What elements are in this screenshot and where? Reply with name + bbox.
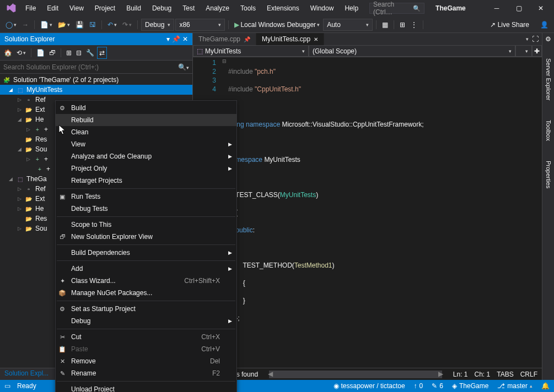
- menu-label: Manage NuGet Packages...: [71, 289, 152, 297]
- se-search-input[interactable]: [3, 63, 178, 71]
- menu-window[interactable]: Window: [305, 2, 340, 14]
- line-indicator: Ln: 1: [453, 371, 468, 378]
- solution-explorer-search[interactable]: 🔍▾: [0, 61, 192, 74]
- config-dropdown[interactable]: Debug▾: [141, 19, 174, 31]
- pin-icon[interactable]: 📌: [244, 36, 250, 42]
- menu-item-unload-project[interactable]: Unload Project: [56, 383, 236, 392]
- se-btn8[interactable]: ⇄: [97, 47, 107, 59]
- menu-item-run-tests[interactable]: ▣Run Tests: [56, 190, 236, 203]
- split-editor-button[interactable]: ✚: [532, 45, 542, 57]
- menu-debug[interactable]: Debug: [147, 2, 177, 14]
- menu-item-view[interactable]: View▶: [56, 138, 236, 150]
- menu-tools[interactable]: Tools: [235, 2, 261, 14]
- menu-item-rename[interactable]: ✎RenameF2: [56, 367, 236, 379]
- changes-button[interactable]: ✎6: [432, 382, 443, 390]
- menu-analyze[interactable]: Analyze: [200, 2, 235, 14]
- se-btn7[interactable]: 🔧: [84, 47, 96, 59]
- menu-test[interactable]: Test: [177, 2, 200, 14]
- server-explorer-tab[interactable]: Server Explorer: [544, 54, 553, 105]
- redo-button[interactable]: ↷▾: [120, 19, 134, 31]
- solution-node[interactable]: 🧩Solution 'TheGame' (2 of 2 projects): [0, 75, 192, 85]
- menu-item-retarget-projects[interactable]: Retarget Projects: [56, 175, 236, 187]
- menu-item-manage-nuget-packages-[interactable]: 📦Manage NuGet Packages...: [56, 287, 236, 299]
- tabs-indicator[interactable]: TABS: [497, 371, 513, 378]
- menu-project[interactable]: Project: [89, 2, 121, 14]
- panel-close-icon[interactable]: ✕: [182, 35, 188, 43]
- gear-icon[interactable]: ⚙: [545, 35, 551, 43]
- live-share-button[interactable]: ↗Live Share: [486, 20, 534, 30]
- se-btn5[interactable]: ⊞: [64, 47, 73, 59]
- open-button[interactable]: 📂▾: [56, 19, 72, 31]
- nav-fwd-button[interactable]: →: [20, 19, 31, 31]
- menu-help[interactable]: Help: [339, 2, 364, 14]
- menu-edit[interactable]: Edit: [41, 2, 64, 14]
- menu-item-set-as-startup-project[interactable]: ⚙Set as Startup Project: [56, 303, 236, 315]
- menu-extensions[interactable]: Extensions: [261, 2, 305, 14]
- new-button[interactable]: 📄▾: [38, 19, 55, 31]
- menu-item-cut[interactable]: ✂CutCtrl+X: [56, 331, 236, 343]
- push-button[interactable]: ↑0: [414, 382, 423, 390]
- code-editor[interactable]: 1234 ⊟ ⊟⊟ ⊟ #include "pch.h" #include "C…: [193, 57, 542, 368]
- se-btn2[interactable]: ⟲▾: [15, 47, 28, 59]
- menu-file[interactable]: File: [20, 2, 41, 14]
- menu-view[interactable]: View: [64, 2, 89, 14]
- scope-project-dropdown[interactable]: ⬚MyUnitTests▾: [193, 45, 309, 57]
- debug-target-dropdown[interactable]: Auto▾: [323, 19, 373, 31]
- crlf-indicator[interactable]: CRLF: [520, 371, 537, 378]
- menu-build[interactable]: Build: [121, 2, 147, 14]
- status-ready-icon: ▭: [4, 382, 10, 390]
- start-debug-button[interactable]: ▶Local Windows Debugger▾: [232, 19, 322, 31]
- panel-pin-icon[interactable]: 📌: [172, 35, 180, 43]
- code-content[interactable]: #include "pch.h" #include "CppUnitTest.h…: [228, 57, 542, 368]
- close-button[interactable]: ✕: [530, 0, 552, 17]
- tab-myunittests[interactable]: MyUnitTests.cpp✕: [256, 33, 324, 45]
- undo-button[interactable]: ↶▾: [105, 19, 119, 31]
- notifications-icon[interactable]: 🔔: [541, 382, 550, 390]
- maximize-button[interactable]: ▢: [508, 0, 530, 17]
- tb-btn-a[interactable]: ▦: [380, 19, 390, 31]
- tab-thegame[interactable]: TheGame.cpp📌: [193, 33, 256, 45]
- panel-menu-icon[interactable]: ▾: [166, 35, 170, 43]
- submenu-arrow-icon: ▶: [228, 250, 232, 255]
- save-button[interactable]: 💾: [73, 19, 86, 31]
- fullscreen-icon[interactable]: ⛶: [532, 35, 539, 43]
- save-all-button[interactable]: 🖫: [87, 19, 98, 31]
- menu-item-scope-to-this[interactable]: Scope to This: [56, 219, 236, 231]
- menu-item-new-solution-explorer-view[interactable]: 🗗New Solution Explorer View: [56, 231, 236, 243]
- menu-item-add[interactable]: Add▶: [56, 263, 236, 275]
- menu-item-analyze-and-code-cleanup[interactable]: Analyze and Code Cleanup▶: [56, 150, 236, 162]
- se-btn3[interactable]: 📄: [35, 47, 46, 59]
- menu-item-clean[interactable]: Clean: [56, 126, 236, 138]
- right-sidebar: ⚙ Server Explorer Toolbox Properties: [542, 33, 554, 380]
- project-node-myunittests[interactable]: ◢⬚MyUnitTests: [0, 85, 192, 95]
- menu-item-remove[interactable]: ✕RemoveDel: [56, 355, 236, 367]
- platform-dropdown[interactable]: x86▾: [175, 19, 225, 31]
- se-btn6[interactable]: ⊟: [74, 47, 83, 59]
- tabs-overflow-icon[interactable]: ▾: [526, 36, 529, 42]
- menu-item-class-wizard-[interactable]: ✦Class Wizard...Ctrl+Shift+X: [56, 275, 236, 287]
- title-search[interactable]: Search (Ctrl… 🔍: [369, 3, 424, 14]
- project-button[interactable]: ◈TheGame: [452, 382, 488, 390]
- se-btn4[interactable]: 🗗: [47, 47, 57, 59]
- scope-member-dropdown[interactable]: ▾: [515, 45, 532, 57]
- menu-item-debug[interactable]: Debug▶: [56, 315, 236, 327]
- repo-button[interactable]: ◉tessapower / tictactoe: [334, 382, 405, 390]
- scope-namespace-dropdown[interactable]: (Global Scope)▾: [309, 45, 515, 57]
- branch-button[interactable]: ⎇master▴: [497, 382, 533, 390]
- menu-item-build-dependencies[interactable]: Build Dependencies▶: [56, 247, 236, 259]
- menu-item-project-only[interactable]: Project Only▶: [56, 162, 236, 175]
- properties-tab[interactable]: Properties: [544, 156, 553, 193]
- close-tab-icon[interactable]: ✕: [314, 36, 318, 42]
- feedback-button[interactable]: 👤: [538, 19, 551, 31]
- menu-item-rebuild[interactable]: Rebuild: [56, 114, 236, 126]
- menu-item-build[interactable]: ⚙Build: [56, 102, 236, 114]
- minimize-button[interactable]: ─: [486, 0, 508, 17]
- menu-item-debug-tests[interactable]: Debug Tests: [56, 203, 236, 215]
- se-home-button[interactable]: 🏠: [2, 47, 14, 59]
- menu-label: Paste: [71, 345, 88, 353]
- nav-back-button[interactable]: ◯▾: [3, 19, 19, 31]
- tb-btn-b[interactable]: ⊞: [397, 19, 407, 31]
- menu-label: Unload Project: [71, 385, 115, 392]
- toolbox-tab[interactable]: Toolbox: [544, 116, 553, 145]
- tb-btn-c[interactable]: ⋮: [408, 19, 419, 31]
